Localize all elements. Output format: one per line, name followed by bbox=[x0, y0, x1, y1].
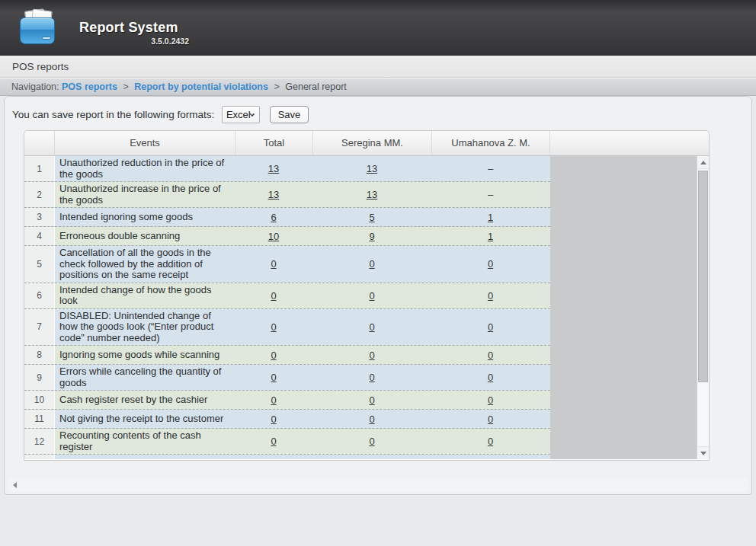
event-cell: Intended ignoring some goods bbox=[55, 210, 235, 225]
table-row: 11Not giving the receipt to the customer… bbox=[24, 410, 550, 429]
umahanova-count-link[interactable]: 0 bbox=[488, 436, 493, 447]
no-value-dash: – bbox=[488, 189, 493, 200]
umahanova-count-link[interactable]: 0 bbox=[488, 413, 493, 425]
seregina-count-link[interactable]: 13 bbox=[367, 163, 377, 174]
row-number: 10 bbox=[24, 391, 55, 409]
row-number: 12 bbox=[24, 429, 55, 454]
umahanova-cell: 0 bbox=[431, 413, 549, 425]
row-number: 5 bbox=[24, 246, 55, 283]
breadcrumb-link-report-by-potential-violations[interactable]: Report by potential violations bbox=[134, 81, 268, 92]
total-count-link[interactable]: 0 bbox=[271, 394, 276, 406]
event-cell: Not giving the receipt to the customer bbox=[55, 412, 235, 426]
seregina-count-link[interactable]: 0 bbox=[369, 413, 374, 425]
event-cell: Cash register reset by the cashier bbox=[55, 393, 235, 407]
arrow-up-icon bbox=[700, 161, 706, 164]
seregina-count-link[interactable]: 9 bbox=[369, 231, 374, 242]
seregina-cell: 0 bbox=[312, 321, 431, 333]
umahanova-count-link[interactable]: 0 bbox=[488, 372, 493, 383]
content-panel: You can save report in the following for… bbox=[4, 96, 752, 495]
umahanova-cell: 0 bbox=[431, 436, 549, 447]
seregina-cell: 0 bbox=[312, 372, 431, 383]
umahanova-count-link[interactable]: 0 bbox=[488, 394, 493, 406]
seregina-count-link[interactable]: 0 bbox=[369, 372, 374, 383]
total-count-link[interactable]: 0 bbox=[271, 258, 276, 270]
row-number: 1 bbox=[24, 156, 55, 181]
vertical-scrollbar[interactable] bbox=[697, 156, 709, 459]
seregina-count-link[interactable]: 0 bbox=[369, 321, 374, 333]
total-cell: 10 bbox=[235, 231, 312, 242]
umahanova-cell: 0 bbox=[431, 372, 549, 383]
table-row: 12Recounting contents of the cash regist… bbox=[24, 429, 550, 455]
total-cell: 0 bbox=[235, 350, 312, 361]
table-body: 1Unauthorized reduction in the price of … bbox=[24, 156, 550, 459]
row-number: 13 bbox=[24, 455, 55, 459]
total-count-link[interactable]: 0 bbox=[271, 413, 276, 425]
total-cell: 0 bbox=[235, 290, 312, 302]
total-cell: 0 bbox=[235, 436, 312, 447]
total-cell: 0 bbox=[235, 394, 312, 406]
save-button[interactable]: Save bbox=[270, 106, 309, 123]
seregina-count-link[interactable]: 0 bbox=[369, 258, 374, 270]
table-row: 2Unauthorized increase in the price of t… bbox=[24, 182, 550, 208]
umahanova-cell: 0 bbox=[431, 350, 549, 361]
table-row: 6Intended change of how the goods look00… bbox=[24, 283, 550, 309]
total-count-link[interactable]: 13 bbox=[268, 189, 279, 200]
table-row: 1Unauthorized reduction in the price of … bbox=[24, 156, 550, 182]
row-number: 7 bbox=[24, 309, 55, 346]
section-title-bar: POS reports bbox=[0, 56, 756, 78]
total-count-link[interactable]: 0 bbox=[271, 372, 276, 383]
umahanova-cell: 0 bbox=[431, 258, 549, 270]
umahanova-count-link[interactable]: 0 bbox=[488, 258, 493, 270]
row-number: 6 bbox=[24, 283, 55, 308]
total-cell: 13 bbox=[235, 163, 312, 174]
total-count-link[interactable]: 13 bbox=[268, 163, 279, 174]
scroll-up-button[interactable] bbox=[697, 156, 709, 169]
seregina-cell: 13 bbox=[312, 163, 431, 174]
seregina-count-link[interactable]: 0 bbox=[369, 394, 374, 406]
umahanova-count-link[interactable]: 1 bbox=[488, 212, 493, 223]
total-cell: 0 bbox=[235, 372, 312, 383]
total-count-link[interactable]: 10 bbox=[268, 231, 279, 242]
table-row: 9Errors while canceling the quantity of … bbox=[24, 365, 550, 391]
arrow-left-icon bbox=[13, 482, 17, 488]
umahanova-cell: 0 bbox=[431, 321, 549, 333]
table-row: 7DISABLED: Unintended change of how the … bbox=[24, 309, 550, 346]
seregina-count-link[interactable]: 0 bbox=[369, 290, 374, 302]
seregina-count-link[interactable]: 5 bbox=[369, 212, 374, 223]
seregina-cell: 5 bbox=[312, 212, 431, 223]
umahanova-count-link[interactable]: 1 bbox=[488, 231, 493, 242]
report-table: Events Total Seregina MM. Umahanova Z. M… bbox=[24, 130, 710, 461]
total-count-link[interactable]: 0 bbox=[271, 436, 276, 447]
scroll-down-button[interactable] bbox=[697, 446, 709, 459]
table-header-row: Events Total Seregina MM. Umahanova Z. M… bbox=[24, 131, 709, 156]
umahanova-cell: – bbox=[431, 189, 549, 200]
breadcrumb-separator: > bbox=[274, 81, 279, 92]
umahanova-cell: 0 bbox=[431, 290, 549, 302]
seregina-count-link[interactable]: 13 bbox=[367, 189, 377, 200]
umahanova-cell: 1 bbox=[431, 231, 549, 242]
seregina-cell: 0 bbox=[312, 436, 431, 447]
total-cell: 0 bbox=[235, 258, 312, 270]
breadcrumb-link-pos-reports[interactable]: POS reports bbox=[62, 81, 117, 92]
seregina-count-link[interactable]: 0 bbox=[369, 436, 374, 447]
column-header-total: Total bbox=[235, 131, 313, 155]
event-cell: DISABLED: Unintended change of how the g… bbox=[55, 309, 235, 346]
breadcrumb: Navigation: POS reports > Report by pote… bbox=[0, 78, 756, 96]
vertical-scrollbar-thumb[interactable] bbox=[698, 171, 708, 382]
seregina-cell: 13 bbox=[312, 189, 431, 200]
page: Report System 3.5.0.2432 POS reports Nav… bbox=[0, 0, 756, 546]
format-select[interactable]: Excel bbox=[222, 106, 260, 123]
umahanova-count-link[interactable]: 0 bbox=[488, 321, 493, 333]
column-header-umahanova: Umahanova Z. M. bbox=[432, 131, 550, 155]
seregina-count-link[interactable]: 0 bbox=[369, 350, 374, 361]
event-cell: Intended change of how the goods look bbox=[55, 283, 235, 308]
total-count-link[interactable]: 6 bbox=[271, 212, 276, 223]
total-count-link[interactable]: 0 bbox=[271, 350, 276, 361]
total-count-link[interactable]: 0 bbox=[271, 321, 276, 333]
umahanova-count-link[interactable]: 0 bbox=[488, 290, 493, 302]
total-count-link[interactable]: 0 bbox=[271, 290, 276, 302]
seregina-cell: 9 bbox=[312, 231, 431, 242]
breadcrumb-current: General report bbox=[285, 81, 347, 92]
horizontal-scrollbar[interactable] bbox=[8, 478, 748, 492]
umahanova-count-link[interactable]: 0 bbox=[488, 350, 493, 361]
